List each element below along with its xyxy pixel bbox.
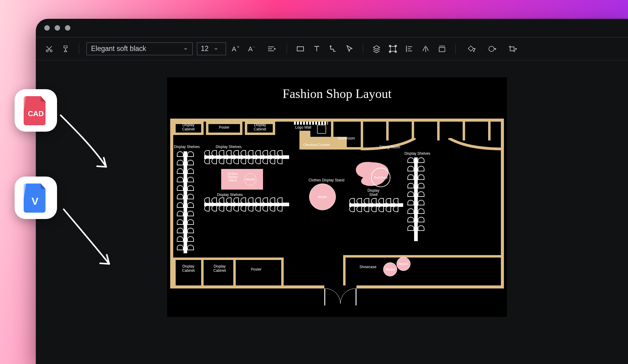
center-stand-label: Clothes Display Stand [309, 178, 344, 182]
visio-file-badge[interactable]: V [15, 177, 57, 219]
showcase-label: Showcase [360, 265, 376, 269]
mid-shelves-label2: Display Shelves [217, 193, 243, 197]
arrow-sketch-2 [61, 206, 121, 273]
model-showcase-2[interactable]: Model [397, 257, 410, 271]
fill-color-icon[interactable]: ▾ [463, 43, 479, 55]
display-cabinet-top-2-label: Display Cabinet [247, 123, 273, 131]
toolbar-separator [79, 43, 79, 54]
visio-badge-text: V [32, 195, 39, 207]
canvas[interactable]: Fashion Shop Layout Display Cabinet Post… [36, 60, 628, 364]
model-circle-1[interactable]: Model [244, 173, 256, 185]
align-objects-icon[interactable] [403, 43, 415, 55]
svg-text:-: - [253, 45, 255, 49]
cad-badge-text: CAD [28, 110, 44, 118]
text-align-icon[interactable]: ▾ [263, 43, 279, 55]
window-close-dot[interactable] [44, 25, 50, 31]
window-minimize-dot[interactable] [55, 25, 60, 31]
rest-area-circle[interactable]: Rest Area [371, 168, 390, 187]
connector-tool-icon[interactable] [327, 43, 339, 55]
font-family-value: Elegant soft black [91, 45, 146, 53]
svg-rect-6 [297, 47, 304, 51]
svg-text:+: + [237, 45, 239, 49]
showcase-box[interactable] [343, 255, 501, 285]
logo-wall-label: Logo Wall [295, 125, 311, 130]
svg-text:A: A [232, 45, 236, 53]
partition-1 [386, 122, 389, 140]
wall-bottom-left [170, 285, 324, 288]
chevron-down-icon [214, 47, 218, 51]
font-size-value: 12 [201, 45, 209, 53]
floor-plan-document[interactable]: Fashion Shop Layout Display Cabinet Post… [167, 77, 507, 317]
partition-5 [488, 122, 491, 140]
crop-icon[interactable]: ▾ [504, 43, 521, 55]
stockroom-label: Stockroom [338, 136, 355, 140]
paint-format-icon[interactable] [59, 43, 72, 55]
model-showcase-1[interactable]: Model [383, 262, 397, 276]
svg-rect-11 [389, 51, 391, 52]
wall-bottom-right [356, 285, 504, 288]
partition-4 [463, 122, 465, 140]
plan-title: Fashion Shop Layout [167, 86, 507, 101]
font-decrease-icon[interactable]: A- [247, 43, 259, 55]
display-shelves-right[interactable] [407, 157, 424, 241]
window-maximize-dot[interactable] [65, 25, 70, 31]
clothes-stand-label: Clothes Display Stand [224, 172, 242, 182]
svg-rect-8 [390, 46, 395, 51]
partition-3 [437, 122, 440, 140]
cursor-tool-icon[interactable] [343, 43, 356, 55]
chevron-down-icon: ▾ [494, 46, 496, 51]
poster-bottom-label: Poster [251, 267, 262, 271]
display-shelf-center[interactable] [349, 198, 403, 212]
flip-icon[interactable] [420, 43, 432, 55]
svg-rect-12 [395, 51, 397, 52]
toolbar-separator [287, 43, 287, 54]
poster-bottom[interactable] [236, 258, 284, 285]
layers-icon[interactable] [370, 43, 383, 55]
wall-stockroom-left [331, 122, 333, 149]
display-shelf-center-label: Display Shelf [361, 188, 386, 197]
svg-rect-13 [439, 47, 445, 52]
partition-2 [412, 122, 414, 140]
display-cabinet-bottom-2-label: Display Cabinet [207, 264, 233, 273]
fitting-room-label: Fitting Room [380, 145, 400, 149]
checkout-label: Checkout Counter [303, 143, 330, 147]
chevron-down-icon: ▾ [515, 46, 517, 51]
svg-point-14 [489, 46, 494, 51]
right-shelves-label: Display Shelves [404, 151, 430, 156]
text-tool-icon[interactable] [311, 43, 323, 55]
display-shelves-mid1[interactable] [204, 150, 289, 164]
display-cabinet-bottom-1-label: Display Cabinet [176, 264, 201, 273]
svg-point-0 [46, 50, 48, 52]
rectangle-tool-icon[interactable] [294, 43, 306, 55]
left-shelves-label: Display Shelves [174, 145, 200, 149]
cad-file-badge[interactable]: CAD [15, 89, 57, 132]
svg-point-1 [50, 50, 52, 52]
svg-point-7 [330, 46, 331, 47]
chevron-down-icon: ▾ [474, 46, 476, 51]
font-increase-icon[interactable]: A+ [230, 43, 242, 55]
font-size-select[interactable]: 12 [197, 42, 226, 55]
toolbar-separator [455, 43, 456, 54]
display-shelves-left[interactable] [177, 151, 194, 253]
display-shelves-mid2[interactable] [204, 197, 289, 211]
app-window: Elegant soft black 12 A+ A- ▾ [36, 19, 628, 364]
svg-text:A: A [248, 45, 253, 53]
same-size-icon[interactable] [436, 43, 448, 55]
window-titlebar [36, 19, 628, 37]
entry-doors [324, 288, 356, 305]
display-cabinet-top-1-label: Display Cabinet [175, 123, 202, 131]
chevron-down-icon: ▾ [274, 46, 276, 51]
group-icon[interactable] [387, 43, 399, 55]
model-circle-center[interactable]: Model [309, 184, 336, 210]
svg-rect-10 [395, 45, 397, 47]
cut-icon[interactable] [43, 43, 55, 55]
logo-wall[interactable] [294, 122, 328, 125]
font-family-select[interactable]: Elegant soft black [86, 42, 193, 55]
line-style-icon[interactable]: ▾ [484, 43, 500, 55]
toolbar-separator [363, 43, 363, 54]
toolbar: Elegant soft black 12 A+ A- ▾ [36, 37, 628, 60]
checkout-counter-ext [299, 131, 310, 137]
register-icon [317, 125, 326, 134]
arrow-sketch-1 [58, 112, 118, 179]
poster-top-label: Poster [212, 125, 236, 130]
